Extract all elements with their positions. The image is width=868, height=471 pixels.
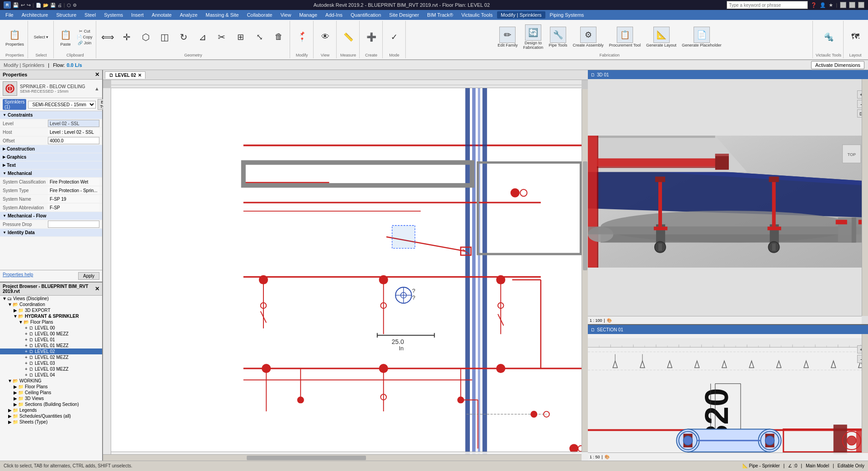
identity-data-section-header[interactable]: ▼ Identity Data: [0, 229, 102, 237]
tree-level-03-mezz[interactable]: + 🗋 LEVEL 03 MEZZ: [0, 366, 102, 372]
pipe-tools-btn[interactable]: 🔧 Pipe Tools: [547, 26, 569, 48]
tree-working-sections[interactable]: ▶ 📁 Sections (Building Section): [0, 401, 102, 407]
procurement-tool-btn[interactable]: 📋 Procurement Tool: [607, 26, 643, 48]
menu-view[interactable]: View: [277, 11, 295, 19]
tree-schedules[interactable]: ▶ 📁 Schedules/Quantities (all): [0, 413, 102, 419]
print-btn[interactable]: 🖨: [57, 3, 62, 8]
view-btn[interactable]: 👁: [316, 31, 334, 42]
close-btn[interactable]: ✕: [858, 2, 864, 8]
layout-btn[interactable]: 🗺: [846, 31, 864, 42]
tree-sheets[interactable]: ▶ 📁 Sheets (Type): [0, 419, 102, 425]
pin-btn[interactable]: 📌: [297, 31, 306, 37]
tree-floor-plans[interactable]: ▼ 📂 Floor Plans: [0, 319, 102, 325]
menu-annotate[interactable]: Annotate: [148, 11, 175, 19]
align-btn[interactable]: ⟺: [99, 31, 117, 43]
tree-level-02[interactable]: + 🗋 LEVEL 02: [0, 349, 102, 354]
tree-3d-export[interactable]: ▶ 📁 3D EXPORT: [0, 307, 102, 313]
delete-btn[interactable]: 🗑: [270, 31, 288, 42]
activate-dimensions-btn[interactable]: Activate Dimensions: [811, 61, 864, 69]
rotate-btn[interactable]: ↻: [175, 31, 193, 43]
copy-btn[interactable]: 📄 Copy: [75, 34, 94, 40]
3d-btn[interactable]: ⬡: [67, 3, 71, 8]
section-scrollbar-v[interactable]: [862, 334, 868, 452]
mechanical-section-header[interactable]: ▼ Mechanical: [0, 170, 102, 178]
split-btn[interactable]: ✂: [213, 31, 231, 43]
section-viewport[interactable]: 320: [588, 334, 868, 461]
menu-manage[interactable]: Manage: [296, 11, 321, 19]
graphics-section-header[interactable]: ▶ Graphics: [0, 153, 102, 161]
menu-massing[interactable]: Massing & Site: [202, 11, 242, 19]
floor-plan-scrollbar-h[interactable]: [103, 454, 582, 461]
array-btn[interactable]: ⊞: [232, 31, 250, 43]
mode-btn[interactable]: ✓: [385, 31, 404, 43]
project-browser-close-btn[interactable]: ✕: [95, 286, 99, 292]
properties-help-link[interactable]: Properties help: [3, 272, 33, 280]
floor-plan-tab[interactable]: 🗋 LEVEL 02 ✕: [105, 71, 145, 79]
create-assembly-btn[interactable]: ⚙ Create Assembly: [571, 26, 605, 48]
scale-btn[interactable]: ⤡: [251, 31, 269, 43]
menu-sitedesigner[interactable]: Site Designer: [385, 11, 422, 19]
3d-scrollbar-v[interactable]: [862, 79, 868, 316]
redo-btn[interactable]: ↪: [27, 2, 31, 8]
properties-btn[interactable]: 📋 Properties: [4, 27, 26, 47]
tree-level-01[interactable]: + 🗋 LEVEL 01: [0, 337, 102, 343]
undo-btn[interactable]: ↩: [21, 2, 25, 8]
floor-plan-canvas[interactable]: ? ?: [103, 80, 588, 461]
measure-btn[interactable]: 📏: [339, 31, 357, 43]
move-btn[interactable]: ✛: [118, 31, 136, 43]
tree-working-floor-plans[interactable]: ▶ 📁 Floor Plans: [0, 384, 102, 390]
3d-viewport[interactable]: TOP + - ⊡ 1 : 100 | 🎨: [588, 79, 868, 324]
menu-victaulic[interactable]: Victaulic Tools: [458, 11, 496, 19]
edit-family-btn[interactable]: ✏ Edit Family: [496, 26, 520, 48]
tree-level-04[interactable]: + 🗋 LEVEL 04: [0, 372, 102, 378]
floor-plan-tab-close[interactable]: ✕: [138, 73, 141, 78]
victaulic-btn[interactable]: 🔩: [820, 31, 838, 43]
construction-section-header[interactable]: ▶ Construction: [0, 145, 102, 153]
3d-render-controls[interactable]: 🎨: [607, 318, 612, 323]
cut-btn[interactable]: ✂ Cut: [75, 28, 94, 34]
unpin-btn[interactable]: 📍: [297, 37, 306, 42]
new-btn[interactable]: 📄: [36, 3, 41, 8]
user-icon[interactable]: 👤: [820, 2, 826, 8]
text-section-header[interactable]: ▶ Text: [0, 161, 102, 170]
menu-steel[interactable]: Steel: [81, 11, 99, 19]
tree-level-00[interactable]: + 🗋 LEVEL 00: [0, 325, 102, 331]
join-btn[interactable]: 🔗 Join: [75, 40, 94, 46]
apply-btn[interactable]: Apply: [78, 272, 99, 280]
generate-layout-btn[interactable]: 📐 Generate Layout: [644, 26, 678, 48]
offset-btn[interactable]: ⬡: [137, 31, 155, 43]
maximize-btn[interactable]: □: [849, 2, 855, 8]
menu-addins[interactable]: Add-Ins: [322, 11, 346, 19]
menu-modify-sprinklers[interactable]: Modify | Sprinklers: [497, 11, 545, 19]
pressure-drop-value[interactable]: [48, 221, 99, 228]
menu-architecture[interactable]: Architecture: [18, 11, 52, 19]
select-btn[interactable]: Select ▾: [32, 34, 51, 40]
save-btn[interactable]: 💾: [50, 3, 56, 8]
constraints-section-header[interactable]: ▼ Constraints: [0, 111, 102, 119]
offset-value[interactable]: 4000.0: [48, 137, 99, 144]
create-btn[interactable]: ➕: [362, 31, 380, 43]
menu-quantification[interactable]: Quantification: [347, 11, 385, 19]
tree-level-00-mezz[interactable]: + 🗋 LEVEL 00 MEZZ: [0, 331, 102, 337]
tree-level-02-mezz[interactable]: + 🗋 LEVEL 02 MEZZ: [0, 354, 102, 360]
help-icon[interactable]: ❓: [811, 2, 817, 8]
menu-systems[interactable]: Systems: [100, 11, 127, 19]
star-icon[interactable]: ★: [829, 2, 833, 8]
menu-insert[interactable]: Insert: [127, 11, 147, 19]
search-input[interactable]: [727, 1, 808, 9]
tree-legends[interactable]: ▶ 📁 Legends: [0, 407, 102, 413]
tree-level-01-mezz[interactable]: + 🗋 LEVEL 01 MEZZ: [0, 343, 102, 349]
tree-hydrant-sprinkler[interactable]: ▼ 📂 HYDRANT & SPRINKLER: [0, 313, 102, 319]
menu-file[interactable]: File: [2, 11, 17, 19]
type-dropdown[interactable]: SEMI-RECESSED - 15mm: [28, 101, 96, 108]
menu-collaborate[interactable]: Collaborate: [243, 11, 276, 19]
menu-bimtrack[interactable]: BIM Track®: [423, 11, 457, 19]
properties-collapse-btn[interactable]: ▲: [94, 86, 99, 91]
tree-views-discipline[interactable]: ▼ 🗂 Views (Discipline): [0, 296, 102, 301]
open-btn[interactable]: 📂: [43, 3, 48, 8]
settings-btn[interactable]: ⚙: [73, 3, 77, 8]
quick-save[interactable]: 💾: [13, 2, 19, 8]
menu-structure[interactable]: Structure: [52, 11, 80, 19]
tree-working-ceiling-plans[interactable]: ▶ 📁 Ceiling Plans: [0, 390, 102, 396]
menu-analyze[interactable]: Analyze: [176, 11, 201, 19]
